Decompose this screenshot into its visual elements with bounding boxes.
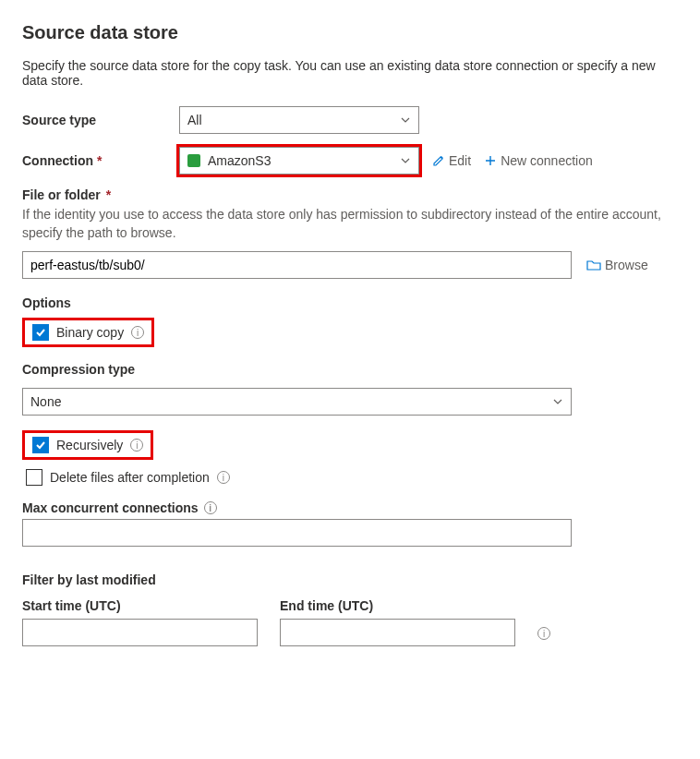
file-folder-input[interactable] <box>22 251 572 279</box>
chevron-down-icon <box>552 396 563 407</box>
browse-button[interactable]: Browse <box>586 258 648 272</box>
connection-value: AmazonS3 <box>208 153 271 168</box>
amazon-s3-icon <box>187 154 200 167</box>
compression-label: Compression type <box>22 362 678 377</box>
source-type-dropdown[interactable]: All <box>179 106 419 134</box>
source-type-value: All <box>187 113 202 127</box>
info-icon[interactable]: i <box>217 471 230 484</box>
new-connection-button[interactable]: New connection <box>484 153 593 168</box>
pencil-icon <box>432 154 445 167</box>
max-connections-label: Max concurrent connections i <box>22 500 678 515</box>
end-time-label: End time (UTC) <box>280 598 515 613</box>
file-folder-label-text: File or folder <box>22 187 101 202</box>
end-time-input[interactable] <box>280 619 515 646</box>
page-title: Source data store <box>22 22 678 43</box>
plus-icon <box>484 154 497 167</box>
delete-after-checkbox[interactable] <box>26 469 42 486</box>
info-icon[interactable]: i <box>131 326 144 339</box>
binary-copy-label: Binary copy <box>56 325 124 340</box>
compression-value: None <box>30 394 61 409</box>
delete-after-label: Delete files after completion <box>50 470 210 485</box>
binary-copy-checkbox[interactable] <box>32 324 49 341</box>
recursively-label: Recursively <box>56 438 123 452</box>
info-icon[interactable]: i <box>204 501 217 514</box>
file-folder-help: If the identity you use to access the da… <box>22 206 678 242</box>
connection-label: Connection * <box>22 153 179 168</box>
max-connections-input[interactable] <box>22 519 572 547</box>
recursively-checkbox[interactable] <box>32 437 49 453</box>
chevron-down-icon <box>400 155 411 166</box>
required-asterisk: * <box>106 187 111 202</box>
info-icon[interactable]: i <box>537 627 550 640</box>
start-time-input[interactable] <box>22 619 258 646</box>
chevron-down-icon <box>400 114 411 126</box>
check-icon <box>35 440 46 451</box>
required-asterisk: * <box>97 153 102 168</box>
browse-label: Browse <box>605 258 648 272</box>
connection-dropdown[interactable]: AmazonS3 <box>179 147 419 175</box>
page-description: Specify the source data store for the co… <box>22 58 678 88</box>
folder-icon <box>586 259 601 271</box>
options-header: Options <box>22 295 678 310</box>
max-connections-label-text: Max concurrent connections <box>22 500 199 515</box>
edit-label: Edit <box>449 153 471 168</box>
source-type-label: Source type <box>22 113 179 127</box>
connection-label-text: Connection <box>22 153 93 168</box>
info-icon[interactable]: i <box>130 439 143 452</box>
filter-header: Filter by last modified <box>22 572 678 587</box>
start-time-label: Start time (UTC) <box>22 598 258 613</box>
check-icon <box>35 327 46 338</box>
edit-connection-button[interactable]: Edit <box>432 153 471 168</box>
new-connection-label: New connection <box>501 153 593 168</box>
file-folder-label: File or folder * <box>22 187 678 202</box>
compression-dropdown[interactable]: None <box>22 388 572 416</box>
